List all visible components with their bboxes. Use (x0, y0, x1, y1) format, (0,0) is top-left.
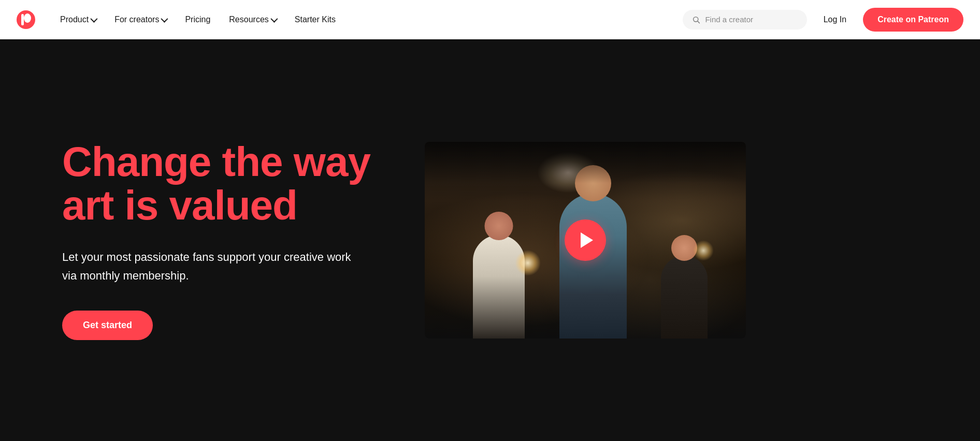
svg-line-4 (698, 21, 700, 23)
nav-item-product[interactable]: Product (52, 11, 104, 28)
navbar-nav: Product For creators Pricing Resources S… (52, 11, 683, 28)
nav-item-for-creators[interactable]: For creators (106, 11, 175, 28)
hero-video[interactable] (425, 142, 746, 339)
hero-content: Change the way art is valued Let your mo… (62, 140, 425, 340)
navbar-right: Log In Create on Patreon (683, 8, 963, 32)
hero-section: Change the way art is valued Let your mo… (0, 39, 980, 441)
search-container[interactable] (683, 10, 807, 30)
person-main (559, 194, 627, 339)
hero-title: Change the way art is valued (62, 140, 394, 227)
logo[interactable] (17, 10, 35, 29)
chevron-down-icon (90, 15, 97, 22)
svg-rect-2 (21, 14, 24, 25)
nav-item-resources[interactable]: Resources (221, 11, 284, 28)
search-icon (692, 15, 700, 24)
light-spot-left (515, 250, 541, 276)
hero-subtitle: Let your most passionate fans support yo… (62, 248, 352, 284)
person-left (473, 235, 525, 339)
create-on-patreon-button[interactable]: Create on Patreon (863, 8, 963, 32)
nav-item-starter-kits[interactable]: Starter Kits (286, 11, 344, 28)
get-started-button[interactable]: Get started (62, 311, 153, 340)
person-right (661, 256, 708, 339)
search-input[interactable] (705, 15, 797, 24)
login-button[interactable]: Log In (817, 11, 853, 28)
play-button[interactable] (565, 219, 606, 261)
play-triangle-icon (581, 232, 593, 248)
chevron-down-icon (270, 15, 278, 22)
navbar: Product For creators Pricing Resources S… (0, 0, 980, 39)
light-spot-right (693, 240, 714, 261)
svg-point-1 (24, 13, 31, 23)
nav-item-pricing[interactable]: Pricing (177, 11, 219, 28)
chevron-down-icon (161, 15, 168, 22)
